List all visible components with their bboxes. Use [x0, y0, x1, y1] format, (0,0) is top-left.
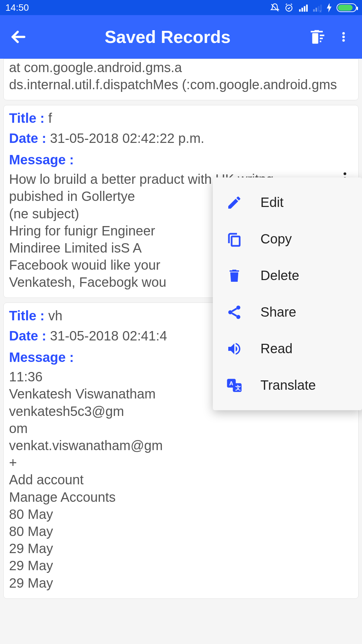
delete-icon	[225, 268, 244, 284]
svg-point-20	[342, 36, 345, 38]
content-area: at com.google.android.gms.a ds.internal.…	[0, 59, 362, 644]
svg-rect-5	[301, 8, 303, 12]
alarm-icon	[284, 3, 294, 12]
menu-item-read[interactable]: Read	[213, 330, 362, 367]
signal-2-icon: x	[312, 3, 322, 12]
svg-line-27	[232, 313, 237, 316]
svg-rect-9	[315, 8, 317, 12]
menu-item-label: Translate	[260, 378, 316, 393]
menu-item-label: Delete	[260, 268, 299, 283]
status-time: 14:50	[5, 2, 29, 13]
record-title-label: Title :	[9, 111, 48, 125]
record-title-value: f	[48, 111, 52, 125]
svg-point-24	[228, 310, 232, 314]
copy-icon	[225, 231, 244, 247]
charging-icon	[326, 3, 332, 12]
clear-all-button[interactable]	[305, 28, 328, 46]
svg-point-25	[236, 315, 240, 319]
translate-icon: A文	[225, 377, 244, 394]
menu-item-share[interactable]: Share	[213, 294, 362, 330]
record-message-label: Message :	[9, 350, 74, 365]
menu-item-label: Edit	[260, 195, 284, 210]
svg-marker-13	[327, 3, 331, 12]
status-bar: 14:50 x	[0, 0, 362, 15]
svg-rect-4	[299, 9, 301, 11]
menu-item-copy[interactable]: Copy	[213, 221, 362, 257]
overflow-menu-button[interactable]	[332, 29, 355, 45]
svg-rect-15	[312, 33, 318, 44]
record-partial-text: at com.google.android.gms.a ds.internal.…	[9, 59, 353, 93]
svg-rect-7	[306, 4, 308, 11]
svg-rect-22	[232, 236, 240, 246]
svg-rect-8	[313, 9, 315, 11]
app-bar: Saved Records	[0, 15, 362, 59]
battery-icon	[337, 3, 357, 12]
signal-icon	[298, 3, 308, 12]
record-date-value: 31-05-2018 02:41:4	[50, 328, 167, 343]
menu-item-label: Share	[260, 305, 296, 320]
share-icon	[225, 304, 244, 320]
record-date-label: Date :	[9, 328, 50, 343]
record-message-label: Message :	[9, 152, 74, 167]
page-title: Saved Records	[34, 27, 302, 47]
record-title-label: Title :	[9, 308, 48, 323]
speaker-icon	[225, 341, 244, 357]
status-right: x	[270, 3, 357, 12]
svg-text:x: x	[319, 9, 321, 12]
menu-item-delete[interactable]: Delete	[213, 257, 362, 294]
menu-item-label: Copy	[260, 231, 292, 247]
back-button[interactable]	[7, 28, 30, 46]
menu-item-edit[interactable]: Edit	[213, 184, 362, 221]
context-menu: Edit Copy Delete Share Read	[213, 177, 362, 410]
menu-item-label: Read	[260, 341, 293, 356]
svg-line-3	[291, 4, 292, 4]
svg-point-19	[342, 32, 345, 35]
svg-point-23	[236, 306, 240, 310]
svg-line-26	[232, 308, 237, 311]
mute-icon	[270, 3, 280, 12]
record-date-value: 31-05-2018 02:42:22 p.m.	[50, 131, 204, 146]
svg-point-21	[342, 39, 345, 42]
svg-line-2	[286, 4, 287, 4]
svg-rect-6	[304, 6, 305, 11]
svg-text:文: 文	[235, 384, 241, 391]
menu-item-translate[interactable]: A文 Translate	[213, 367, 362, 404]
edit-icon	[225, 195, 244, 211]
record-date-label: Date :	[9, 131, 50, 146]
record-card-partial[interactable]: at com.google.android.gms.a ds.internal.…	[3, 59, 359, 100]
record-title-value: vh	[48, 308, 62, 323]
